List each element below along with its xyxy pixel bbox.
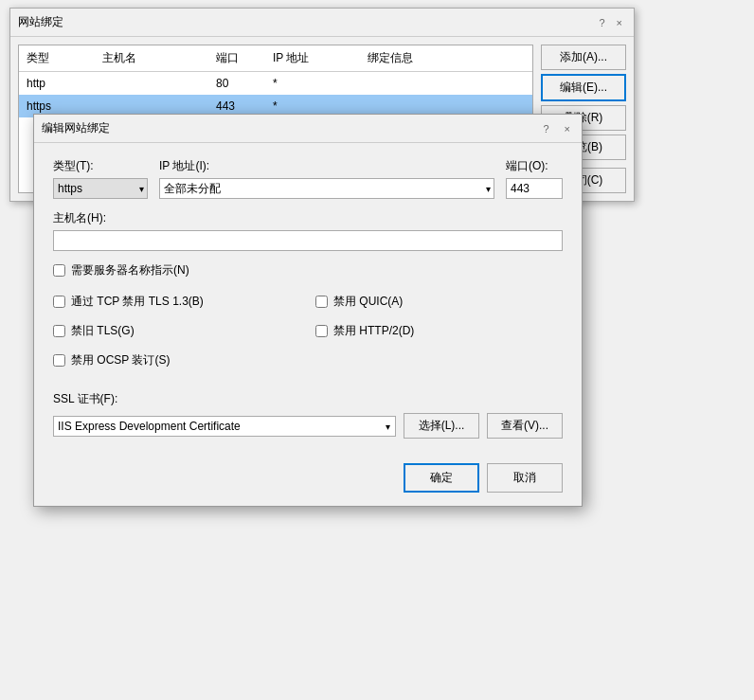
ip-label: IP 地址(I): bbox=[159, 158, 494, 174]
row1-binding bbox=[364, 98, 529, 115]
col-port: 端口 bbox=[212, 48, 269, 68]
type-label: 类型(T): bbox=[53, 158, 148, 174]
dialog-close-btn[interactable]: × bbox=[561, 123, 574, 135]
main-help-btn[interactable]: ? bbox=[595, 17, 608, 28]
dialog-help-btn[interactable]: ? bbox=[539, 123, 552, 135]
dialog-footer: 确定 取消 bbox=[34, 454, 582, 506]
row1-ip: * bbox=[269, 98, 364, 115]
table-header: 类型 主机名 端口 IP 地址 绑定信息 bbox=[19, 45, 532, 72]
port-label: 端口(O): bbox=[506, 158, 563, 174]
row0-hostname bbox=[99, 75, 212, 92]
add-button[interactable]: 添加(A)... bbox=[541, 45, 626, 70]
ssl-label: SSL 证书(F): bbox=[53, 391, 563, 407]
row0-port: 80 bbox=[212, 75, 269, 92]
main-title-bar: 网站绑定 ? × bbox=[10, 9, 634, 37]
cb5-checkbox[interactable] bbox=[53, 354, 65, 367]
view-cert-button[interactable]: 查看(V)... bbox=[487, 413, 563, 439]
cb2-checkbox[interactable] bbox=[315, 296, 328, 308]
table-row[interactable]: http 80 * bbox=[19, 72, 532, 95]
type-group: 类型(T): https bbox=[53, 158, 148, 199]
checkbox-grid: 通过 TCP 禁用 TLS 1.3(B) 禁用 QUIC(A) 禁旧 TLS(G… bbox=[53, 294, 563, 376]
ssl-select-wrapper: IIS Express Development Certificate bbox=[53, 416, 396, 437]
type-ip-port-row: 类型(T): https IP 地址(I): 全部未分配 端口(O): bbox=[53, 158, 563, 199]
col-type: 类型 bbox=[23, 48, 99, 68]
dialog-title: 编辑网站绑定 bbox=[42, 120, 110, 136]
type-select[interactable]: https bbox=[53, 178, 148, 199]
cancel-button[interactable]: 取消 bbox=[487, 463, 563, 493]
hostname-input[interactable] bbox=[53, 230, 563, 251]
checkbox-row-2: 禁旧 TLS(G) bbox=[53, 323, 300, 339]
edit-button[interactable]: 编辑(E)... bbox=[541, 74, 626, 101]
dialog-title-bar: 编辑网站绑定 ? × bbox=[34, 115, 582, 143]
main-title-controls: ? × bbox=[595, 17, 626, 28]
ssl-row: IIS Express Development Certificate 选择(L… bbox=[53, 413, 563, 439]
port-group: 端口(O): bbox=[506, 158, 563, 199]
row0-binding bbox=[364, 75, 529, 92]
hostname-label: 主机名(H): bbox=[53, 210, 563, 226]
type-select-wrapper: https bbox=[53, 178, 148, 199]
edit-dialog: 编辑网站绑定 ? × 类型(T): https IP 地址(I): 全部未 bbox=[33, 114, 583, 507]
dialog-body: 类型(T): https IP 地址(I): 全部未分配 端口(O): bbox=[34, 143, 582, 454]
cb3-checkbox[interactable] bbox=[53, 325, 65, 337]
row1-port: 443 bbox=[212, 98, 269, 115]
cb1-label: 通过 TCP 禁用 TLS 1.3(B) bbox=[71, 294, 204, 310]
select-cert-button[interactable]: 选择(L)... bbox=[404, 413, 479, 439]
cb3-label: 禁旧 TLS(G) bbox=[71, 323, 135, 339]
cb1-checkbox[interactable] bbox=[53, 296, 65, 308]
cb4-checkbox[interactable] bbox=[315, 325, 328, 337]
sni-label: 需要服务器名称指示(N) bbox=[71, 262, 189, 278]
checkbox-row-4: 禁用 OCSP 装订(S) bbox=[53, 352, 300, 368]
ip-select-wrapper: 全部未分配 bbox=[159, 178, 494, 199]
dialog-title-controls: ? × bbox=[539, 123, 574, 135]
checkbox-row-1: 禁用 QUIC(A) bbox=[315, 294, 563, 310]
cb5-label: 禁用 OCSP 装订(S) bbox=[71, 352, 170, 368]
main-close-btn[interactable]: × bbox=[613, 17, 626, 28]
confirm-button[interactable]: 确定 bbox=[404, 463, 479, 493]
row1-hostname bbox=[99, 98, 212, 115]
hostname-group: 主机名(H): bbox=[53, 210, 563, 251]
checkboxes-area: 通过 TCP 禁用 TLS 1.3(B) 禁用 QUIC(A) 禁旧 TLS(G… bbox=[53, 294, 563, 376]
ssl-select[interactable]: IIS Express Development Certificate bbox=[53, 416, 396, 437]
sni-checkbox[interactable] bbox=[53, 264, 65, 277]
row1-type: https bbox=[23, 98, 99, 115]
col-binding: 绑定信息 bbox=[364, 48, 529, 68]
col-ip: IP 地址 bbox=[269, 48, 364, 68]
row0-type: http bbox=[23, 75, 99, 92]
sni-row: 需要服务器名称指示(N) bbox=[53, 262, 563, 278]
ip-group: IP 地址(I): 全部未分配 bbox=[159, 158, 494, 199]
ip-select[interactable]: 全部未分配 bbox=[159, 178, 494, 199]
ssl-section: SSL 证书(F): IIS Express Development Certi… bbox=[53, 391, 563, 439]
main-window-title: 网站绑定 bbox=[18, 14, 63, 30]
row0-ip: * bbox=[269, 75, 364, 92]
col-hostname: 主机名 bbox=[99, 48, 212, 68]
checkbox-row-3: 禁用 HTTP/2(D) bbox=[315, 323, 563, 339]
port-input[interactable] bbox=[506, 178, 563, 199]
cb2-label: 禁用 QUIC(A) bbox=[333, 294, 403, 310]
checkbox-row-0: 通过 TCP 禁用 TLS 1.3(B) bbox=[53, 294, 300, 310]
cb4-label: 禁用 HTTP/2(D) bbox=[333, 323, 414, 339]
